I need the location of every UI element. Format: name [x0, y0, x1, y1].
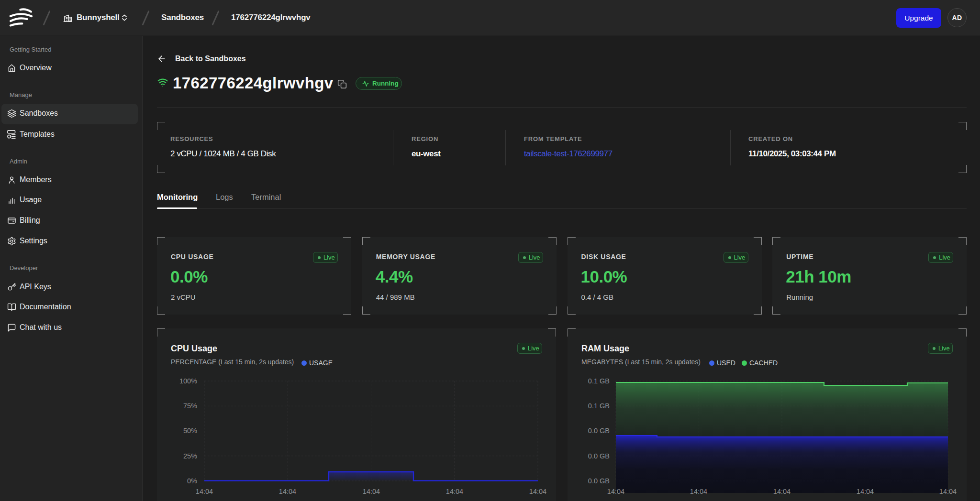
svg-text:25%: 25% — [183, 452, 197, 460]
svg-text:14:04: 14:04 — [607, 488, 624, 495]
svg-text:14:04: 14:04 — [939, 488, 957, 495]
svg-text:14:04: 14:04 — [773, 488, 791, 495]
svg-text:14:04: 14:04 — [529, 488, 546, 495]
svg-text:0.1 GB: 0.1 GB — [588, 402, 610, 410]
svg-text:0.0 GB: 0.0 GB — [588, 452, 610, 460]
svg-text:14:04: 14:04 — [196, 488, 213, 495]
svg-text:14:04: 14:04 — [857, 488, 874, 495]
svg-text:0.1 GB: 0.1 GB — [588, 377, 610, 385]
svg-text:100%: 100% — [179, 377, 197, 385]
svg-text:14:04: 14:04 — [690, 488, 707, 495]
svg-text:0.0 GB: 0.0 GB — [588, 427, 610, 435]
svg-text:0.0 GB: 0.0 GB — [588, 477, 610, 485]
svg-text:75%: 75% — [183, 402, 197, 410]
svg-text:14:04: 14:04 — [363, 488, 380, 495]
svg-text:50%: 50% — [183, 427, 197, 435]
svg-text:0%: 0% — [187, 477, 197, 485]
svg-text:14:04: 14:04 — [446, 488, 463, 495]
svg-text:14:04: 14:04 — [279, 488, 296, 495]
